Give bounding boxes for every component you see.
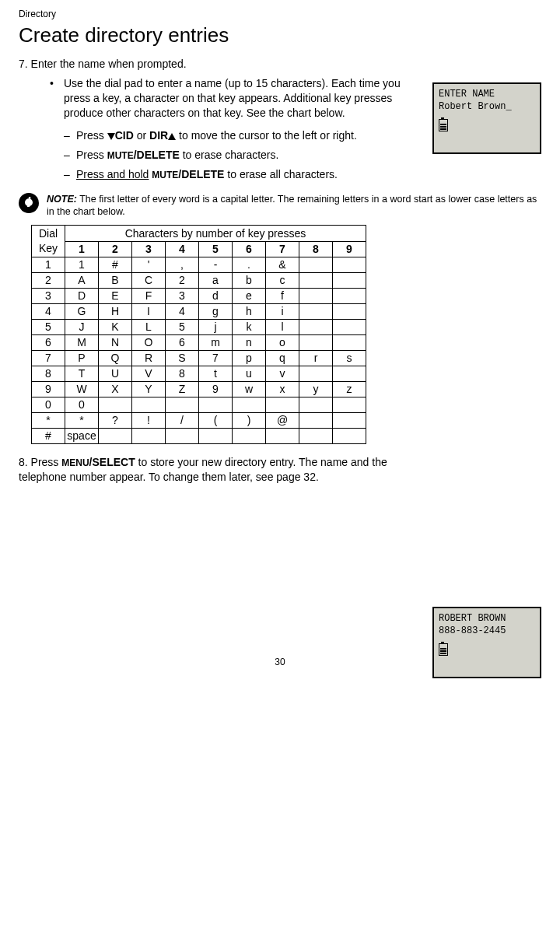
char-cell: /	[166, 413, 199, 429]
char-cell: ?	[99, 413, 132, 429]
lcd-line-1: ENTER NAME	[439, 89, 535, 101]
char-cell: f	[266, 289, 299, 304]
char-cell: D	[65, 289, 99, 304]
char-cell: x	[266, 382, 299, 397]
char-cell: s	[333, 351, 366, 366]
char-cell: *	[65, 413, 99, 429]
char-cell	[299, 273, 333, 289]
dial-key-cell: 8	[32, 366, 65, 382]
char-cell	[299, 289, 333, 304]
dial-key-cell: 5	[32, 320, 65, 335]
char-cell: ,	[166, 257, 199, 273]
char-cell: 5	[166, 320, 199, 335]
press-header: 1	[65, 242, 99, 257]
dial-key-cell: 3	[32, 289, 65, 304]
char-cell: u	[233, 366, 266, 382]
press-header: 8	[299, 242, 333, 257]
char-cell	[99, 397, 132, 413]
char-cell: H	[99, 304, 132, 320]
bullet-icon: •	[50, 76, 64, 121]
lcd-line-1: ROBERT BROWN	[439, 613, 535, 625]
char-cell: '	[132, 257, 166, 273]
char-cell: l	[266, 320, 299, 335]
chart-title: Characters by number of key presses	[65, 226, 366, 242]
char-cell	[266, 429, 299, 444]
char-cell: m	[199, 335, 233, 351]
press-header: 5	[199, 242, 233, 257]
dash-icon: –	[64, 148, 76, 163]
char-cell: 2	[166, 273, 199, 289]
char-cell: #	[99, 257, 132, 273]
press-header: 2	[99, 242, 132, 257]
char-cell	[333, 366, 366, 382]
char-cell: G	[65, 304, 99, 320]
char-cell: M	[65, 335, 99, 351]
char-cell: X	[99, 382, 132, 397]
dial-key-cell: 0	[32, 397, 65, 413]
char-cell: Z	[166, 382, 199, 397]
char-cell	[199, 397, 233, 413]
dash-icon: –	[64, 167, 76, 182]
battery-icon	[439, 643, 448, 656]
dash-icon: –	[64, 128, 76, 143]
char-cell: U	[99, 366, 132, 382]
char-cell	[333, 273, 366, 289]
char-cell: 7	[199, 351, 233, 366]
press-header: 6	[233, 242, 266, 257]
char-cell: y	[299, 382, 333, 397]
dial-key-header: DialKey	[32, 226, 65, 257]
char-cell: p	[233, 351, 266, 366]
dial-key-cell: 9	[32, 382, 65, 397]
char-cell: 4	[166, 304, 199, 320]
char-cell: k	[233, 320, 266, 335]
dial-key-cell: *	[32, 413, 65, 429]
char-cell	[333, 257, 366, 273]
char-cell	[333, 397, 366, 413]
char-cell: @	[266, 413, 299, 429]
char-cell: Y	[132, 382, 166, 397]
lcd-line-2: 888-883-2445	[439, 625, 535, 638]
battery-icon	[439, 119, 448, 131]
key-press-chart: DialKeyCharacters by number of key press…	[31, 225, 366, 444]
char-cell: 3	[166, 289, 199, 304]
step-8-text: 8. Press MENU/SELECT to store your new d…	[19, 455, 541, 485]
char-cell: o	[266, 335, 299, 351]
char-cell	[132, 397, 166, 413]
press-header: 4	[166, 242, 199, 257]
press-header: 7	[266, 242, 299, 257]
up-arrow-icon	[168, 133, 176, 140]
char-cell: B	[99, 273, 132, 289]
char-cell: space	[65, 429, 99, 444]
char-cell: i	[266, 304, 299, 320]
lcd-line-2: Robert Brown_	[439, 101, 535, 114]
char-cell	[333, 320, 366, 335]
char-cell: q	[266, 351, 299, 366]
char-cell: L	[132, 320, 166, 335]
char-cell: w	[233, 382, 266, 397]
char-cell	[166, 429, 199, 444]
char-cell: J	[65, 320, 99, 335]
char-cell: a	[199, 273, 233, 289]
char-cell	[299, 304, 333, 320]
char-cell	[333, 335, 366, 351]
char-cell: E	[99, 289, 132, 304]
dial-key-cell: #	[32, 429, 65, 444]
char-cell	[299, 413, 333, 429]
char-cell: r	[299, 351, 333, 366]
note-block: i NOTE: The first letter of every word i…	[19, 193, 541, 219]
char-cell	[166, 397, 199, 413]
char-cell	[299, 366, 333, 382]
char-cell	[99, 429, 132, 444]
char-cell: .	[233, 257, 266, 273]
char-cell: (	[199, 413, 233, 429]
char-cell: z	[333, 382, 366, 397]
char-cell: S	[166, 351, 199, 366]
char-cell: 9	[199, 382, 233, 397]
char-cell: O	[132, 335, 166, 351]
char-cell: b	[233, 273, 266, 289]
char-cell	[199, 429, 233, 444]
char-cell: Q	[99, 351, 132, 366]
char-cell	[299, 429, 333, 444]
dial-key-cell: 2	[32, 273, 65, 289]
char-cell	[266, 397, 299, 413]
